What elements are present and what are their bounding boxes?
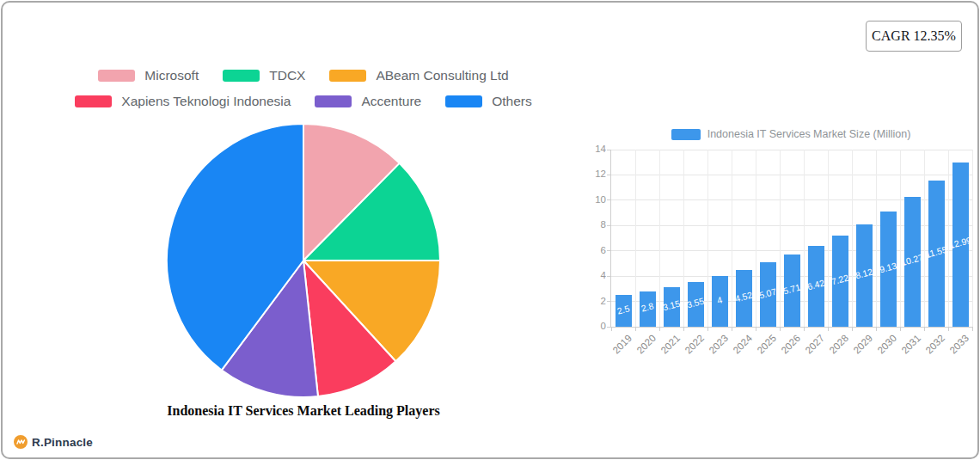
y-axis-tick-label: 12 <box>582 169 606 179</box>
legend-swatch-icon <box>445 95 482 107</box>
brand-wave-icon <box>14 435 28 449</box>
y-axis-tick-label: 14 <box>582 144 606 154</box>
bar-plot-area: 024681012142.520192.820203.1520213.55202… <box>610 150 972 328</box>
y-gridline <box>611 175 972 175</box>
x-tick-mark <box>852 327 853 331</box>
x-gridline <box>804 150 805 327</box>
x-axis-tick-label: 2022 <box>683 333 707 356</box>
bar-legend-label: Indonesia IT Services Market Size (Milli… <box>707 128 911 140</box>
pie-chart <box>164 121 443 400</box>
legend-label: Microsoft <box>144 68 199 83</box>
y-gridline <box>611 150 972 150</box>
x-axis-tick-label: 2021 <box>659 333 683 356</box>
legend-label: TDCX <box>269 68 305 83</box>
y-tick-mark <box>607 301 611 302</box>
x-axis-tick-label: 2024 <box>732 333 755 356</box>
legend-swatch-icon <box>315 95 352 107</box>
x-tick-mark <box>659 327 660 331</box>
legend-label: Xapiens Teknologi Indonesia <box>121 94 291 109</box>
x-gridline <box>683 150 684 327</box>
y-tick-mark <box>607 199 611 200</box>
pie-legend: MicrosoftTDCXABeam Consulting LtdXapiens… <box>27 68 580 109</box>
x-gridline <box>924 150 925 327</box>
x-axis-tick-label: 2033 <box>948 333 971 356</box>
x-gridline <box>780 150 781 327</box>
bar-legend-item[interactable]: Indonesia IT Services Market Size (Milli… <box>610 128 971 140</box>
pie-chart-wrap <box>27 121 580 400</box>
legend-swatch-icon <box>329 70 366 82</box>
pie-legend-row: Xapiens Teknologi IndonesiaAccentureOthe… <box>75 94 531 109</box>
x-axis-tick-label: 2029 <box>852 333 875 356</box>
x-tick-mark <box>635 327 636 331</box>
y-axis-tick-label: 2 <box>582 296 606 306</box>
x-tick-mark <box>756 327 756 331</box>
x-tick-mark <box>948 327 949 331</box>
x-gridline <box>900 150 901 327</box>
legend-label: Others <box>492 94 532 109</box>
x-gridline <box>732 150 732 327</box>
x-gridline <box>659 150 660 327</box>
y-tick-mark <box>607 250 611 251</box>
legend-item-accenture[interactable]: Accenture <box>315 94 421 109</box>
y-tick-mark <box>607 150 611 150</box>
x-tick-mark <box>732 327 732 331</box>
x-tick-mark <box>780 327 781 331</box>
brand-logo[interactable]: R.Pinnacle <box>14 435 93 449</box>
cagr-badge: CAGR 12.35% <box>866 21 962 52</box>
x-gridline <box>876 150 877 327</box>
pie-chart-title: Indonesia IT Services Market Leading Pla… <box>27 403 580 419</box>
legend-item-tdcx[interactable]: TDCX <box>223 68 305 83</box>
x-axis-tick-label: 2027 <box>804 333 827 356</box>
x-tick-mark <box>707 327 708 331</box>
x-gridline <box>972 150 973 327</box>
x-axis-tick-label: 2023 <box>707 333 731 356</box>
y-axis-tick-label: 10 <box>582 194 606 205</box>
legend-item-xapiens-teknologi-indonesia[interactable]: Xapiens Teknologi Indonesia <box>75 94 291 109</box>
x-gridline <box>707 150 708 327</box>
x-axis-tick-label: 2031 <box>900 333 923 356</box>
legend-label: Accenture <box>361 94 421 109</box>
x-gridline <box>828 150 829 327</box>
x-axis-tick-label: 2020 <box>635 333 658 356</box>
x-gridline <box>852 150 853 327</box>
x-axis-tick-label: 2026 <box>780 333 803 356</box>
y-axis-tick-label: 0 <box>582 321 606 331</box>
legend-swatch-icon <box>98 70 135 82</box>
x-axis-tick-label: 2030 <box>876 333 899 356</box>
legend-item-microsoft[interactable]: Microsoft <box>98 68 199 83</box>
x-tick-mark <box>683 327 684 331</box>
pie-chart-section: MicrosoftTDCXABeam Consulting LtdXapiens… <box>27 68 580 419</box>
x-gridline <box>948 150 949 327</box>
y-axis-tick-label: 8 <box>582 219 606 230</box>
x-tick-mark <box>876 327 877 331</box>
y-axis-tick-label: 6 <box>582 245 606 255</box>
bar-legend-swatch-icon <box>671 129 701 140</box>
legend-swatch-icon <box>75 95 112 107</box>
x-axis-tick-label: 2025 <box>756 333 779 356</box>
x-tick-mark <box>924 327 925 331</box>
x-gridline <box>756 150 756 327</box>
y-tick-mark <box>607 276 611 277</box>
x-tick-mark <box>804 327 805 331</box>
x-gridline <box>635 150 636 327</box>
y-tick-mark <box>607 175 611 175</box>
bar-chart-section: Indonesia IT Services Market Size (Milli… <box>572 128 976 328</box>
x-axis-tick-label: 2032 <box>924 333 947 356</box>
legend-item-abeam-consulting-ltd[interactable]: ABeam Consulting Ltd <box>329 68 508 83</box>
legend-item-others[interactable]: Others <box>445 94 532 109</box>
legend-label: ABeam Consulting Ltd <box>376 68 508 83</box>
x-tick-mark <box>972 327 973 331</box>
x-tick-mark <box>900 327 901 331</box>
pie-legend-row: MicrosoftTDCXABeam Consulting Ltd <box>98 68 508 83</box>
x-tick-mark <box>611 327 612 331</box>
x-tick-mark <box>828 327 829 331</box>
x-axis-tick-label: 2028 <box>828 333 851 356</box>
report-card: CAGR 12.35% MicrosoftTDCXABeam Consultin… <box>1 1 979 459</box>
y-axis-tick-label: 4 <box>582 270 606 280</box>
y-tick-mark <box>607 225 611 226</box>
brand-name: R.Pinnacle <box>32 436 93 449</box>
x-axis-tick-label: 2019 <box>611 333 634 356</box>
legend-swatch-icon <box>223 70 260 82</box>
